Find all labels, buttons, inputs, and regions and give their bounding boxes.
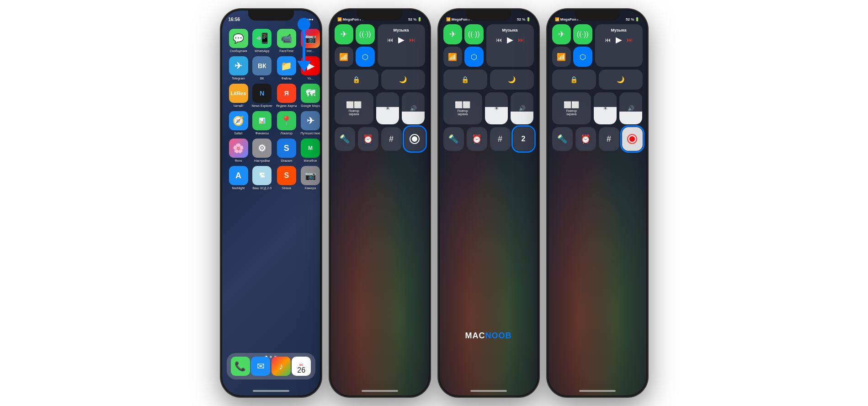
volume-slider-4[interactable]: 🔊	[619, 92, 642, 124]
timer-btn-4[interactable]: ⏰	[575, 127, 596, 151]
mobile-data-btn-4[interactable]: ((·))	[573, 24, 592, 44]
music-title-3: Музыка	[490, 28, 530, 32]
dock-music[interactable]: ♪	[272, 357, 291, 376]
list-item[interactable]: ✈ Путешествие	[300, 111, 320, 135]
do-not-disturb-btn[interactable]: 🌙	[381, 69, 425, 90]
wifi-btn-4[interactable]: 📶	[552, 47, 571, 67]
cc-second-row-3: 🔒 🌙	[443, 69, 534, 90]
list-item[interactable]: 🌸 Фото	[229, 139, 248, 162]
play-icon[interactable]: ▶	[398, 35, 405, 45]
screen-mirror-btn-4[interactable]: ⬜⬜ Повторэкрана	[552, 92, 591, 124]
googlemaps-icon: 🗺	[301, 84, 320, 103]
volume-slider[interactable]: 🔊	[402, 92, 425, 124]
play-icon-3[interactable]: ▶	[507, 35, 513, 45]
countdown-number: 2	[522, 135, 526, 143]
list-item[interactable]: 💬 Сообщения	[229, 29, 248, 53]
mobile-data-btn-3[interactable]: ((·))	[464, 24, 484, 44]
list-item[interactable]: M МегаФон	[300, 139, 320, 162]
phone-4: 📶 MegaFon Fastest LTE 52 % 🔋 ✈ ((·)) 📶 ⬡…	[547, 9, 648, 397]
timer-btn-3[interactable]: ⏰	[467, 127, 487, 151]
whatsapp-icon: 📲	[252, 29, 272, 48]
flashlight-btn[interactable]: 🔦	[335, 127, 355, 151]
fast-forward-icon-4[interactable]: ⏭	[627, 36, 633, 43]
calculator-btn-3[interactable]: #	[490, 127, 511, 151]
play-icon-4[interactable]: ▶	[616, 35, 622, 45]
list-item[interactable]: LitRes Читай!	[229, 84, 248, 107]
list-item[interactable]: 📷 Камера	[300, 166, 320, 190]
screen-record-btn[interactable]	[405, 127, 425, 151]
rewind-icon[interactable]: ⏮	[387, 36, 394, 43]
noob-text: NOOB	[485, 331, 512, 340]
strava-icon: S	[277, 166, 296, 185]
flashlight-btn-4[interactable]: 🔦	[552, 127, 573, 151]
airplane-mode-btn-4[interactable]: ✈	[552, 24, 571, 44]
do-not-disturb-btn-4[interactable]: 🌙	[599, 69, 643, 90]
telegram-icon: ✈	[229, 56, 248, 75]
list-item[interactable]: S Shazam	[276, 139, 297, 162]
battery-4: 52 % 🔋	[626, 17, 639, 21]
music-controls-3: ⏮ ▶ ⏭	[490, 35, 530, 45]
do-not-disturb-btn-3[interactable]: 🌙	[490, 69, 534, 90]
record-active-ring	[627, 134, 637, 144]
fast-forward-icon-3[interactable]: ⏭	[518, 36, 524, 43]
list-item[interactable]: 🗺 Google Maps	[300, 84, 320, 107]
list-item[interactable]: 📲 WhatsApp	[252, 29, 273, 53]
mobile-data-btn[interactable]: ((·))	[356, 24, 375, 44]
timer-btn[interactable]: ⏰	[358, 127, 378, 151]
yandex-icon: Я	[277, 84, 296, 103]
screen-record-countdown-btn[interactable]: 2	[513, 127, 534, 151]
calculator-btn-4[interactable]: #	[599, 127, 619, 151]
notch-3	[466, 11, 511, 21]
list-item[interactable]: A flashlight	[229, 166, 248, 190]
bluetooth-btn[interactable]: ⬡	[356, 47, 375, 67]
brightness-slider-3[interactable]: ☀	[485, 92, 508, 124]
record-icon	[410, 134, 420, 144]
dock-phone[interactable]: 📞	[231, 357, 250, 376]
list-item[interactable]: Я Яндекс.Карты	[276, 84, 297, 107]
list-item[interactable]: 📍 Локатор	[276, 111, 297, 135]
screen-mirror-btn[interactable]: ⬜⬜ Повторэкрана	[335, 92, 373, 124]
list-item[interactable]: ✈ Telegram	[229, 56, 248, 80]
list-item[interactable]: ВК ВК	[252, 56, 273, 80]
airplane-mode-btn[interactable]: ✈	[335, 24, 354, 44]
list-item[interactable]: ⚙ Настройки	[252, 139, 273, 162]
page-container: 16:56 ●●● 💬 Сообщения 📲 WhatsApp	[0, 0, 868, 406]
list-item[interactable]: 🏗 Ваш ЗСД 2.0	[252, 166, 273, 190]
music-title-4: Музыка	[599, 28, 639, 32]
flashlight-btn-3[interactable]: 🔦	[443, 127, 464, 151]
bluetooth-btn-4[interactable]: ⬡	[573, 47, 592, 67]
control-center-2: ✈ ((·)) 📶 ⬡ Музыка ⏮ ▶ ⏭	[335, 24, 425, 151]
screen-mirror-label: Повторэкрана	[349, 109, 359, 116]
record-dot	[412, 136, 417, 142]
brightness-slider-4[interactable]: ☀	[594, 92, 617, 124]
control-center-4: ✈ ((·)) 📶 ⬡ Музыка ⏮ ▶ ⏭	[552, 24, 643, 151]
airplane-mode-btn-3[interactable]: ✈	[443, 24, 463, 44]
wifi-btn[interactable]: 📶	[335, 47, 354, 67]
cc-second-row-4: 🔒 🌙	[552, 69, 643, 90]
list-item[interactable]: N News Explorer	[252, 84, 273, 107]
dock-calendar[interactable]: Вс 26	[292, 357, 311, 376]
finance-icon: 📊	[252, 111, 272, 130]
rewind-icon-3[interactable]: ⏮	[496, 36, 502, 43]
rotation-lock-btn-4[interactable]: 🔒	[552, 69, 596, 90]
brightness-slider[interactable]: ☀	[376, 92, 399, 124]
rotation-lock-btn-3[interactable]: 🔒	[443, 69, 487, 90]
battery-2: 52 % 🔋	[408, 17, 422, 21]
list-item[interactable]: 🧭 Safari	[229, 111, 248, 135]
volume-slider-3[interactable]: 🔊	[511, 92, 533, 124]
rotation-lock-btn[interactable]: 🔒	[335, 69, 378, 90]
list-item[interactable]: 📊 Финансы	[252, 111, 273, 135]
screen-record-active-btn[interactable]	[622, 127, 643, 151]
safari-icon: 🧭	[229, 111, 248, 130]
list-item[interactable]: S Strava	[276, 166, 297, 190]
screen-mirror-btn-3[interactable]: ⬜⬜ Повторэкрана	[443, 92, 482, 124]
fast-forward-icon[interactable]: ⏭	[409, 36, 415, 43]
rewind-icon-4[interactable]: ⏮	[605, 36, 611, 43]
dock-mail[interactable]: ✉	[251, 357, 270, 376]
wifi-btn-3[interactable]: 📶	[443, 47, 463, 67]
bluetooth-btn-3[interactable]: ⬡	[464, 47, 484, 67]
cc-sliders-row-4: ⬜⬜ Повторэкрана ☀ 🔊	[552, 92, 643, 124]
calculator-btn[interactable]: #	[381, 127, 402, 151]
volume-icon-3: 🔊	[519, 105, 526, 112]
screen-mirror-icon-4: ⬜⬜	[564, 101, 579, 108]
